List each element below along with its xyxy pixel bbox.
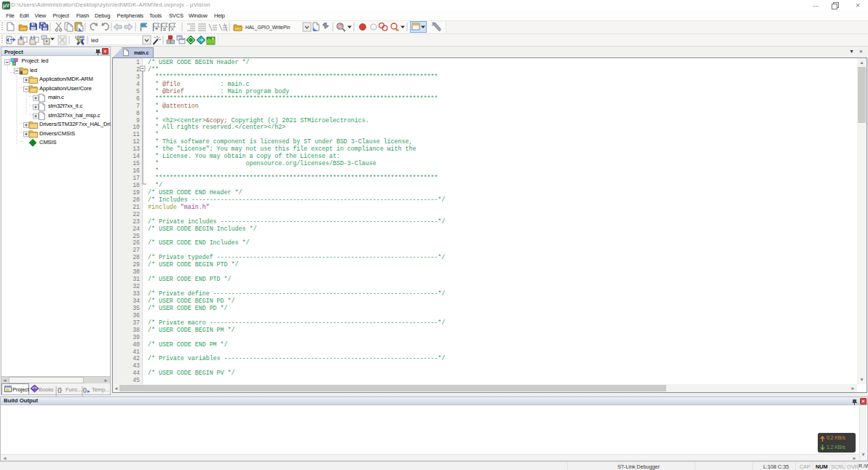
svg-text:@: @ bbox=[337, 23, 342, 28]
svg-text:LOAD: LOAD bbox=[75, 36, 84, 39]
